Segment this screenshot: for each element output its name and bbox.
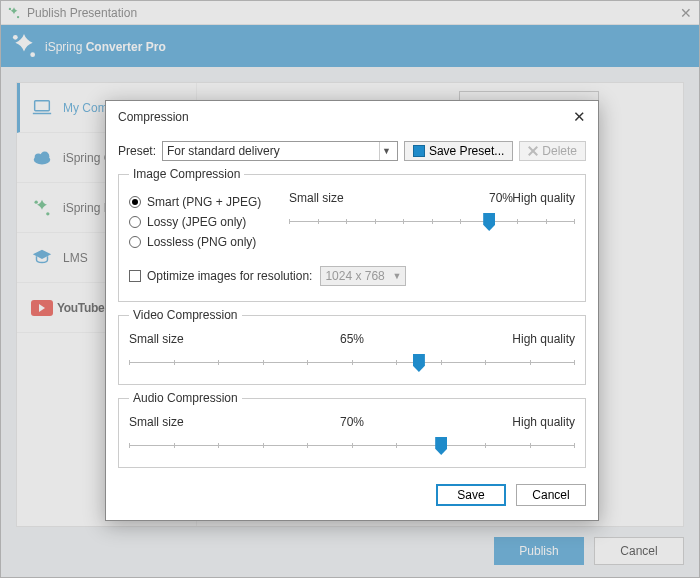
dialog-save-button[interactable]: Save <box>436 484 506 506</box>
radio-smart[interactable]: Smart (PNG + JPEG) <box>129 195 289 209</box>
preset-combo[interactable]: For standard delivery ▼ <box>162 141 398 161</box>
audio-compression-group: Audio Compression Small size 70% High qu… <box>118 391 586 468</box>
dialog-footer: Save Cancel <box>118 484 586 506</box>
audio-compression-legend: Audio Compression <box>129 391 242 405</box>
sidebar-item-label: LMS <box>63 251 88 265</box>
brand-bar: iSpring Converter Pro <box>1 25 699 67</box>
optimize-images-checkbox[interactable]: Optimize images for resolution: <box>129 269 312 283</box>
sidebar-item-label: YouTube <box>57 301 104 315</box>
preset-row: Preset: For standard delivery ▼ Save Pre… <box>118 141 586 161</box>
chevron-down-icon: ▼ <box>379 142 393 160</box>
slider-value-label: 65% <box>129 332 575 346</box>
save-icon <box>413 145 425 157</box>
image-compression-legend: Image Compression <box>129 167 244 181</box>
svg-point-9 <box>46 212 49 215</box>
main-footer: Publish Cancel <box>16 537 684 567</box>
dialog-title: Compression <box>118 110 189 124</box>
svg-rect-4 <box>35 100 50 110</box>
save-preset-label: Save Preset... <box>429 144 504 158</box>
svg-point-7 <box>40 151 49 160</box>
video-compression-legend: Video Compression <box>129 308 242 322</box>
graduation-cap-icon <box>31 247 53 269</box>
chevron-down-icon: ▼ <box>392 271 401 281</box>
svg-point-8 <box>35 200 38 203</box>
checkbox-icon <box>129 270 141 282</box>
delete-preset-label: Delete <box>542 144 577 158</box>
slider-thumb[interactable] <box>435 437 447 455</box>
checkbox-label: Optimize images for resolution: <box>147 269 312 283</box>
radio-label: Smart (PNG + JPEG) <box>147 195 261 209</box>
save-preset-button[interactable]: Save Preset... <box>404 141 513 161</box>
radio-label: Lossless (PNG only) <box>147 235 256 249</box>
resolution-value: 1024 x 768 <box>325 269 384 283</box>
slider-min-label: Small size <box>289 191 344 205</box>
preset-label: Preset: <box>118 144 156 158</box>
publish-button[interactable]: Publish <box>494 537 584 565</box>
svg-point-3 <box>30 52 35 57</box>
laptop-icon <box>31 97 53 119</box>
image-compression-group: Image Compression Smart (PNG + JPEG) Los… <box>118 167 586 302</box>
radio-label: Lossy (JPEG only) <box>147 215 246 229</box>
brand-icon <box>11 33 37 59</box>
resolution-combo[interactable]: 1024 x 768 ▼ <box>320 266 406 286</box>
preset-value: For standard delivery <box>167 144 280 158</box>
window-close-icon[interactable]: ✕ <box>679 6 693 20</box>
dialog-close-icon[interactable]: ✕ <box>573 108 586 126</box>
delete-x-icon <box>528 146 538 156</box>
slider-max-label: High quality <box>512 191 575 205</box>
youtube-icon: YouTube <box>31 300 104 316</box>
svg-point-1 <box>17 15 19 17</box>
video-quality-slider[interactable] <box>129 352 575 372</box>
window-titlebar: Publish Presentation ✕ <box>1 1 699 25</box>
compression-dialog: Compression ✕ Preset: For standard deliv… <box>105 100 599 521</box>
audio-quality-slider[interactable] <box>129 435 575 455</box>
cloud-icon <box>31 147 53 169</box>
radio-icon <box>129 216 141 228</box>
brand-bold: Converter Pro <box>86 40 166 54</box>
slider-value-label: 70% <box>489 191 513 205</box>
slider-thumb[interactable] <box>413 354 425 372</box>
image-quality-slider[interactable] <box>289 211 575 231</box>
brand-text: iSpring Converter Pro <box>45 36 166 56</box>
app-icon <box>7 6 21 20</box>
svg-point-2 <box>13 35 18 40</box>
slider-value-label: 70% <box>129 415 575 429</box>
svg-point-0 <box>9 7 11 9</box>
radio-lossy[interactable]: Lossy (JPEG only) <box>129 215 289 229</box>
cancel-button[interactable]: Cancel <box>594 537 684 565</box>
radio-lossless[interactable]: Lossless (PNG only) <box>129 235 289 249</box>
brand-light: iSpring <box>45 40 86 54</box>
radio-icon <box>129 196 141 208</box>
window-title: Publish Presentation <box>27 6 137 20</box>
dialog-cancel-button[interactable]: Cancel <box>516 484 586 506</box>
video-compression-group: Video Compression Small size 65% High qu… <box>118 308 586 385</box>
ispring-icon <box>31 197 53 219</box>
dialog-titlebar: Compression ✕ <box>106 101 598 133</box>
delete-preset-button[interactable]: Delete <box>519 141 586 161</box>
radio-icon <box>129 236 141 248</box>
slider-thumb[interactable] <box>483 213 495 231</box>
